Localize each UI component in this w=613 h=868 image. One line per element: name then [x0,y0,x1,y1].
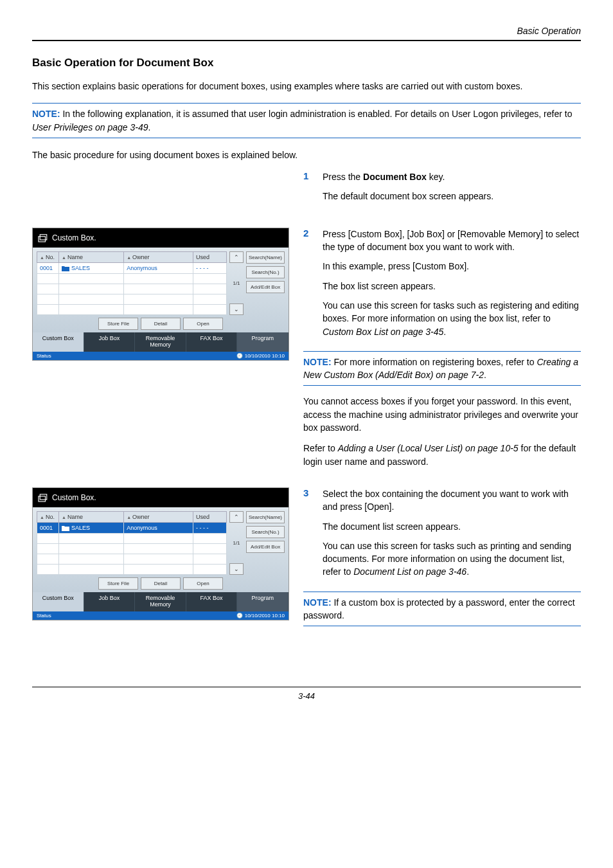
box-icon [37,492,48,503]
scroll-up-button[interactable]: ⌃ [229,251,244,263]
step3-p2: The document list screen appears. [323,520,581,533]
table-row[interactable]: 0001 SALES Anonymous - - - - [37,262,227,273]
cell-used: - - - - [193,262,227,273]
svg-rect-1 [40,235,47,240]
svg-rect-0 [39,237,46,242]
step-2: 2 Press [Custom Box], [Job Box] or [Remo… [303,228,581,345]
status-label[interactable]: Status [37,353,51,359]
col-no[interactable]: ▲No. [37,251,59,262]
detail-button[interactable]: Detail [141,318,181,330]
tab-custom-box[interactable]: Custom Box [33,592,84,611]
step2-p4a: You can use this screen for tasks such a… [323,300,579,323]
step2-p3: The box list screen appears. [323,280,581,293]
clock: 🕘10/10/2010 10:10 [236,353,285,359]
step1-p2: The default document box screen appears. [323,190,581,203]
sort-icon: ▲ [40,255,44,260]
procedure-intro: The basic procedure for using document b… [32,149,581,161]
box-list-table: ▲No. ▲Name ▲Owner Used 0001 SALES Anonym… [37,511,227,575]
screenshot-panel-1: Custom Box. ▲No. ▲Name ▲Owner Used [32,228,289,361]
step-number: 2 [303,228,312,345]
search-name-button[interactable]: Search(Name) [246,251,285,264]
col-name[interactable]: ▲Name [59,511,124,522]
cell-owner: Anonymous [124,522,193,533]
table-row-selected[interactable]: 0001 SALES Anonymous - - - - [37,522,227,533]
note-block-3: NOTE: If a custom box is protected by a … [303,592,581,627]
tab-job-box[interactable]: Job Box [84,332,136,352]
cell-name: SALES [59,522,124,533]
tab-removable-memory[interactable]: Removable Memory [135,592,186,611]
step3-ref: Document List on page 3-46 [353,566,466,577]
cell-no: 0001 [37,522,59,533]
tab-bar: Custom Box Job Box Removable Memory FAX … [33,592,289,611]
step-number: 1 [303,170,312,210]
step2-ref: Custom Box List on page 3-45 [323,327,443,337]
page-number: 3-44 [32,691,581,701]
tab-custom-box[interactable]: Custom Box [33,332,84,352]
scroll-down-button[interactable]: ⌄ [229,303,244,315]
search-no-button[interactable]: Search(No.) [246,266,285,278]
sort-icon: ▲ [62,515,66,520]
tab-program[interactable]: Program [237,332,289,352]
note-end: . [148,122,151,132]
note2-p3-ref: Adding a User (Local User List) on page … [338,443,519,453]
scroll-up-button[interactable]: ⌃ [229,511,244,523]
box-list-table: ▲No. ▲Name ▲Owner Used 0001 SALES Anonym… [37,251,227,315]
step3-p3c: . [466,566,469,577]
note2-p3a: Refer to [303,443,338,453]
tab-removable-memory[interactable]: Removable Memory [135,332,186,352]
tab-fax-box[interactable]: FAX Box [186,332,238,352]
col-used: Used [193,251,227,262]
note2-end: . [484,370,486,380]
cell-used: - - - - [193,522,227,533]
search-name-button[interactable]: Search(Name) [246,511,285,523]
add-edit-box-button[interactable]: Add/Edit Box [246,541,285,553]
open-button[interactable]: Open [183,577,223,590]
step1-key: Document Box [363,172,427,182]
col-no[interactable]: ▲No. [37,511,59,522]
page-indicator: 1/1 [229,539,244,547]
section-heading: Basic Operation for Document Box [32,57,581,69]
page-indicator: 1/1 [229,279,244,287]
note-block-2: NOTE: For more information on registerin… [303,351,581,386]
status-label[interactable]: Status [37,613,51,619]
store-file-button[interactable]: Store File [98,577,138,590]
clock-icon: 🕘 [236,613,243,619]
clock: 🕘10/10/2010 10:10 [236,613,285,619]
status-bar: Status 🕘10/10/2010 10:10 [33,611,289,620]
add-edit-box-button[interactable]: Add/Edit Box [246,281,285,293]
step2-p1: Press [Custom Box], [Job Box] or [Remova… [323,228,581,254]
screenshot-panel-2: Custom Box. ▲No. ▲Name ▲Owner Used [32,487,289,620]
store-file-button[interactable]: Store File [98,318,138,330]
panel-title: Custom Box. [52,493,96,502]
open-button[interactable]: Open [183,318,223,330]
scroll-down-button[interactable]: ⌄ [229,563,244,575]
col-name[interactable]: ▲Name [59,251,124,262]
svg-rect-2 [39,496,46,502]
search-no-button[interactable]: Search(No.) [246,526,285,538]
svg-rect-3 [40,494,47,500]
col-owner[interactable]: ▲Owner [124,511,193,522]
tab-job-box[interactable]: Job Box [84,592,136,611]
col-owner[interactable]: ▲Owner [124,251,193,262]
status-bar: Status 🕘10/10/2010 10:10 [33,352,289,360]
note-label: NOTE: [303,597,332,608]
folder-icon [62,525,69,531]
col-used: Used [193,511,227,522]
panel-title: Custom Box. [52,233,96,242]
step1-text-a: Press the [323,172,363,182]
tab-bar: Custom Box Job Box Removable Memory FAX … [33,332,289,352]
detail-button[interactable]: Detail [141,577,181,590]
note-text: In the following explanation, it is assu… [60,109,573,119]
header-rule [32,40,581,41]
sort-icon: ▲ [127,255,131,260]
sort-icon: ▲ [40,515,44,520]
step1-text-c: key. [427,172,445,182]
note2-p2: You cannot access boxes if you forget yo… [303,395,581,434]
tab-fax-box[interactable]: FAX Box [186,592,238,611]
cell-no: 0001 [37,262,59,273]
tab-program[interactable]: Program [237,592,289,611]
box-icon [37,232,48,244]
step-1: 1 Press the Document Box key. The defaul… [303,170,581,210]
sort-icon: ▲ [62,255,66,260]
step-number: 3 [303,487,312,585]
